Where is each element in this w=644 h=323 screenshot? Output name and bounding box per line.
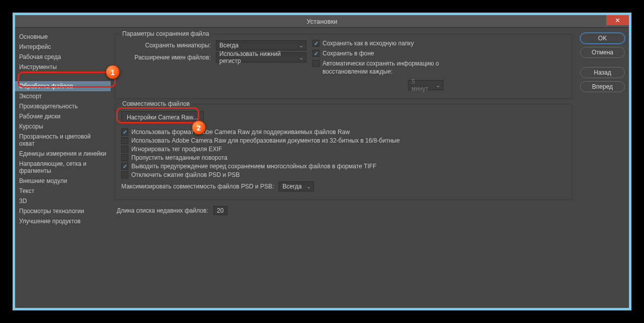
sidebar-item-guides[interactable]: Направляющие, сетка и фрагменты <box>15 159 111 176</box>
sidebar-item-transparency[interactable]: Прозрачность и цветовой охват <box>15 132 111 149</box>
checkbox-icon <box>312 50 319 57</box>
ext-label: Расширение имен файлов: <box>121 54 211 61</box>
chk-auto-recovery[interactable]: Автоматически сохранять информацию о вос… <box>312 60 443 76</box>
sidebar-item-workspace[interactable]: Рабочая среда <box>15 52 111 62</box>
checkbox-icon <box>121 163 128 170</box>
sidebar-item-type[interactable]: Текст <box>15 186 111 196</box>
checkbox-icon <box>121 128 128 136</box>
chk-tiff-warn[interactable]: Выводить предупреждение перед сохранение… <box>121 163 566 170</box>
button-column: OK Отмена Назад Вперед <box>576 28 629 308</box>
sidebar-item-product-improve[interactable]: Улучшение продуктов <box>15 216 111 226</box>
sidebar-item-units[interactable]: Единицы измерения и линейки <box>15 149 111 159</box>
chk-disable-compress[interactable]: Отключить сжатие файлов PSD и PSB <box>121 171 566 178</box>
title-bar: Установки ✕ <box>15 15 629 27</box>
recent-count-input[interactable]: 20 <box>213 206 227 215</box>
save-group-title: Параметры сохранения файла <box>119 30 212 37</box>
chk-use-raw[interactable]: Использовать формат Adobe Camera Raw для… <box>121 128 566 136</box>
sidebar-item-general[interactable]: Основные <box>15 32 111 42</box>
ext-select[interactable]: Использовать нижний регистр <box>216 52 306 62</box>
compat-group: Совместимость файлов Настройки Camera Ra… <box>115 104 572 200</box>
sidebar: Основные Интерфейс Рабочая среда Инструм… <box>15 28 111 308</box>
window-title: Установки <box>306 18 337 25</box>
chk-save-original[interactable]: Сохранить как в исходную папку <box>312 40 443 47</box>
checkbox-icon <box>312 60 319 67</box>
checkbox-icon <box>121 146 128 153</box>
compat-group-title: Совместимость файлов <box>119 100 193 107</box>
sidebar-item-file-handling[interactable]: Обработка файлов <box>15 81 111 91</box>
cancel-button[interactable]: Отмена <box>580 47 625 58</box>
chk-ignore-exif[interactable]: Игнорировать тег профиля EXIF <box>121 146 566 153</box>
sidebar-item-plugins[interactable]: Внешние модули <box>15 176 111 186</box>
maximize-select[interactable]: Всегда <box>279 181 314 191</box>
thumb-select[interactable]: Всегда <box>216 40 306 50</box>
sidebar-item-cursors[interactable]: Курсоры <box>15 121 111 132</box>
save-options-group: Параметры сохранения файла Сохранять мин… <box>115 34 572 99</box>
thumb-label: Сохранять миниатюры: <box>121 42 211 49</box>
checkbox-icon <box>121 171 128 178</box>
back-button[interactable]: Назад <box>580 67 625 78</box>
ok-button[interactable]: OK <box>580 33 625 44</box>
sidebar-item-interface[interactable]: Интерфейс <box>15 42 111 52</box>
sidebar-item-3d[interactable]: 3D <box>15 196 111 206</box>
close-icon: ✕ <box>615 17 620 24</box>
window-frame: Установки ✕ Основные Интерфейс Рабочая с… <box>13 13 631 310</box>
forward-button[interactable]: Вперед <box>580 81 625 92</box>
sidebar-item-scratch[interactable]: Рабочие диски <box>15 111 111 121</box>
checkbox-icon <box>121 137 128 144</box>
camera-raw-settings-button[interactable]: Настройки Camera Raw... <box>121 111 204 123</box>
sidebar-item-performance[interactable]: Производительность <box>15 101 111 111</box>
window-body: Основные Интерфейс Рабочая среда Инструм… <box>15 27 629 308</box>
checkbox-icon <box>312 40 319 47</box>
chk-32to16[interactable]: Использовать Adobe Camera Raw для преобр… <box>121 137 566 144</box>
chk-skip-rotate[interactable]: Пропустить метаданные поворота <box>121 154 566 161</box>
sidebar-item-tools[interactable]: Инструменты <box>15 62 111 72</box>
recent-label: Длина списка недавних файлов: <box>117 207 208 214</box>
close-button[interactable]: ✕ <box>606 15 629 25</box>
maximize-label: Максимизировать совместимость файлов PSD… <box>121 183 274 190</box>
main-panel: Параметры сохранения файла Сохранять мин… <box>111 28 576 308</box>
checkbox-icon <box>121 154 128 161</box>
auto-interval-select[interactable]: 5 минут <box>408 80 443 90</box>
chk-save-bg[interactable]: Сохранить в фоне <box>312 50 443 57</box>
sidebar-item-tech-previews[interactable]: Просмотры технологии <box>15 206 111 216</box>
sidebar-item-export[interactable]: Экспорт <box>15 91 111 101</box>
